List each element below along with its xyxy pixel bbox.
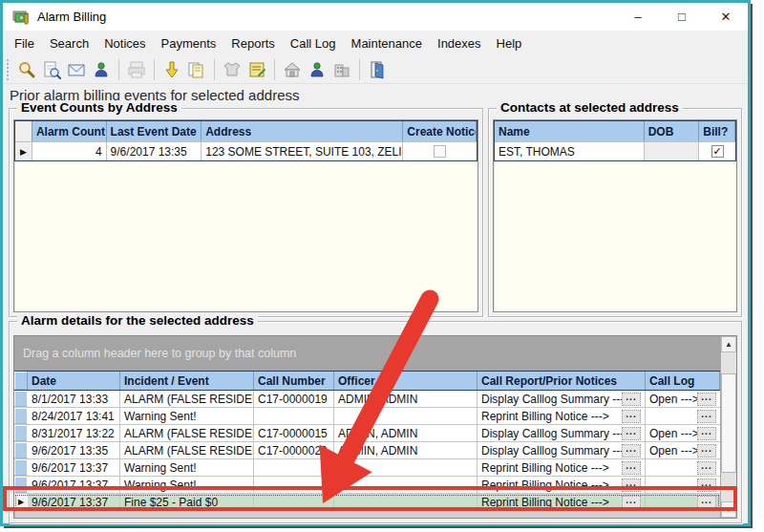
last-event-date-cell: 9/6/2017 13:35 bbox=[107, 141, 202, 160]
business-icon[interactable] bbox=[330, 58, 353, 81]
menu-reports[interactable]: Reports bbox=[223, 32, 283, 54]
row-selector bbox=[14, 408, 28, 424]
call-log-ellipsis-button[interactable]: ... bbox=[697, 444, 716, 458]
menu-maintenance[interactable]: Maintenance bbox=[344, 32, 430, 54]
scroll-up-icon[interactable]: ▲ bbox=[721, 336, 736, 352]
scrollbar-thumb[interactable] bbox=[721, 373, 736, 473]
call-report-link[interactable]: Display Calllog Summary ---> bbox=[481, 427, 622, 440]
call-report-ellipsis-button[interactable]: ... bbox=[622, 427, 641, 440]
screenshot-root: Alarm Billing – □ ✕ File Search Notices … bbox=[0, 0, 764, 532]
officer-cell bbox=[334, 408, 478, 424]
call-number-cell bbox=[254, 408, 334, 424]
contacts-title: Contacts at selected address bbox=[497, 100, 683, 115]
print-icon[interactable] bbox=[125, 58, 148, 81]
toolbar-separator bbox=[214, 59, 215, 80]
event-note-icon[interactable] bbox=[245, 58, 268, 81]
column-header-dob[interactable]: DOB bbox=[645, 121, 700, 141]
menu-help[interactable]: Help bbox=[489, 32, 530, 54]
call-log-link[interactable]: Open ---> bbox=[649, 427, 697, 440]
maximize-button[interactable]: □ bbox=[660, 3, 704, 31]
menu-bar: File Search Notices Payments Reports Cal… bbox=[3, 31, 748, 55]
search-icon[interactable] bbox=[15, 58, 38, 81]
table-row[interactable]: 9/6/2017 13:35 ALARM (FALSE RESIDENTIA C… bbox=[14, 442, 720, 459]
bill-checkbox[interactable]: ✓ bbox=[711, 145, 724, 158]
menu-notices[interactable]: Notices bbox=[96, 32, 153, 54]
call-log-ellipsis-button[interactable]: ... bbox=[697, 410, 716, 423]
contact-icon[interactable] bbox=[90, 58, 113, 81]
apparel-icon[interactable] bbox=[221, 58, 244, 81]
call-report-ellipsis-button[interactable]: ... bbox=[622, 461, 641, 475]
contacts-panel: Name DOB Bill? EST, THOMAS ✓ bbox=[493, 119, 737, 312]
column-header-last-event-date[interactable]: Last Event Date bbox=[107, 121, 202, 141]
person-icon[interactable] bbox=[306, 58, 329, 81]
call-report-ellipsis-button[interactable]: ... bbox=[622, 393, 641, 406]
event-counts-panel: Alarm Count Last Event Date Address Crea… bbox=[13, 119, 478, 312]
table-row[interactable]: 8/24/2017 13:41 Warning Sent! Reprint Bi… bbox=[14, 408, 720, 425]
incident-cell: Warning Sent! bbox=[120, 408, 254, 424]
call-log-link[interactable]: Open ---> bbox=[649, 444, 697, 458]
call-log-ellipsis-button[interactable]: ... bbox=[697, 427, 716, 440]
app-money-icon bbox=[12, 10, 30, 25]
officer-cell: ADMIN, ADMIN bbox=[334, 442, 478, 458]
column-header-selector bbox=[15, 121, 32, 141]
menu-search[interactable]: Search bbox=[42, 32, 96, 54]
minimize-button[interactable]: – bbox=[616, 3, 660, 31]
exit-door-icon[interactable] bbox=[366, 58, 389, 81]
call-report-link[interactable]: Reprint Billing Notice ---> bbox=[481, 461, 609, 475]
column-header-call-log[interactable]: Call Log bbox=[646, 372, 720, 390]
column-header-bill[interactable]: Bill? bbox=[699, 121, 735, 141]
contact-row[interactable]: EST, THOMAS ✓ bbox=[495, 141, 735, 160]
call-log-link[interactable]: Open ---> bbox=[649, 393, 697, 406]
incident-cell: ALARM (FALSE RESIDENTIA bbox=[120, 391, 254, 407]
column-header-call-number[interactable]: Call Number bbox=[254, 372, 334, 390]
column-header-selector bbox=[14, 372, 28, 390]
menu-call-log[interactable]: Call Log bbox=[283, 32, 344, 54]
column-header-name[interactable]: Name bbox=[495, 121, 645, 141]
copy-notices-icon[interactable] bbox=[185, 58, 208, 81]
column-header-officer[interactable]: Officer bbox=[334, 372, 478, 390]
call-number-cell: C17-0000015 bbox=[254, 425, 334, 441]
call-log-ellipsis-button[interactable]: ... bbox=[697, 461, 716, 475]
alarm-details-title: Alarm details for the selected address bbox=[17, 313, 258, 328]
create-notice-checkbox[interactable] bbox=[434, 145, 446, 158]
row-selector bbox=[14, 391, 28, 407]
column-header-create-notice[interactable]: Create Notice bbox=[403, 121, 477, 141]
call-report-ellipsis-button[interactable]: ... bbox=[622, 444, 641, 458]
call-number-cell: C17-0000020 bbox=[254, 442, 334, 458]
date-cell: 8/24/2017 13:41 bbox=[28, 408, 120, 424]
call-report-link[interactable]: Display Calllog Summary ---> bbox=[481, 444, 622, 458]
table-row[interactable]: 8/31/2017 13:22 ALARM (FALSE RESIDENTIA … bbox=[14, 425, 720, 442]
row-selector bbox=[14, 459, 28, 476]
contacts-groupbox: Contacts at selected address Name DOB Bi… bbox=[488, 108, 742, 317]
import-arrow-icon[interactable] bbox=[160, 58, 183, 81]
column-header-alarm-count[interactable]: Alarm Count bbox=[32, 121, 107, 141]
scrollbar-track[interactable] bbox=[721, 352, 736, 501]
column-header-call-report[interactable]: Call Report/Prior Notices bbox=[478, 372, 646, 390]
incident-cell: ALARM (FALSE RESIDENTIA bbox=[120, 442, 254, 458]
table-row[interactable]: 9/6/2017 13:37 Warning Sent! Reprint Bil… bbox=[14, 459, 720, 477]
date-cell: 8/1/2017 13:33 bbox=[28, 391, 120, 407]
document-preview-icon[interactable] bbox=[40, 58, 63, 81]
toolbar bbox=[3, 55, 748, 84]
incident-cell: ALARM (FALSE RESIDENTIA bbox=[120, 425, 254, 441]
annotation-highlight-rectangle bbox=[3, 486, 737, 511]
column-header-address[interactable]: Address bbox=[202, 121, 403, 141]
close-button[interactable]: ✕ bbox=[704, 3, 748, 31]
call-report-link[interactable]: Display Calllog Summary ---> bbox=[481, 393, 622, 406]
details-header-row: Date Incident / Event Call Number Office… bbox=[14, 371, 720, 391]
table-row[interactable]: 8/1/2017 13:33 ALARM (FALSE RESIDENTIA C… bbox=[14, 391, 720, 408]
column-header-date[interactable]: Date bbox=[28, 372, 120, 390]
menu-payments[interactable]: Payments bbox=[154, 32, 224, 54]
call-log-ellipsis-button[interactable]: ... bbox=[697, 393, 716, 406]
call-report-link[interactable]: Reprint Billing Notice ---> bbox=[481, 410, 609, 423]
event-counts-row[interactable]: ▶ 4 9/6/2017 13:35 123 SOME STREET, SUIT… bbox=[15, 141, 477, 160]
home-icon[interactable] bbox=[281, 58, 304, 81]
menu-indexes[interactable]: Indexes bbox=[430, 32, 489, 54]
menu-file[interactable]: File bbox=[7, 32, 42, 54]
column-header-incident[interactable]: Incident / Event bbox=[120, 372, 254, 390]
title-bar: Alarm Billing – □ ✕ bbox=[3, 3, 748, 31]
call-report-ellipsis-button[interactable]: ... bbox=[622, 410, 641, 423]
incident-cell: Warning Sent! bbox=[120, 459, 254, 476]
group-by-bar[interactable]: Drag a column header here to group by th… bbox=[14, 336, 720, 371]
mail-notice-icon[interactable] bbox=[65, 58, 88, 81]
